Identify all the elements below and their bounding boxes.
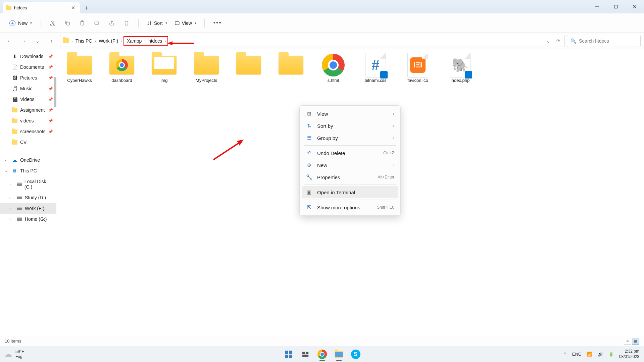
ctx-group-by[interactable]: ☰ Group by › <box>302 132 398 144</box>
close-window-button[interactable] <box>625 0 644 13</box>
cut-button[interactable] <box>46 17 59 29</box>
separator <box>41 19 41 28</box>
download-icon: ⬇ <box>12 54 17 59</box>
weather-widget[interactable]: ☁ 59°F Fog <box>5 349 24 359</box>
more-button[interactable]: ••• <box>210 19 225 27</box>
wifi-icon[interactable]: 📶 <box>587 352 592 357</box>
sidebar-quick-item[interactable]: CV <box>0 137 56 148</box>
sidebar-quick-item[interactable]: screenshots📌 <box>0 126 56 137</box>
ctx-new[interactable]: ⊕ New › <box>302 159 398 171</box>
sidebar-quick-item[interactable]: Assignment📌 <box>0 105 56 115</box>
ctx-view[interactable]: ⊞ View › <box>302 108 398 120</box>
recent-button[interactable]: ⌄ <box>32 35 44 47</box>
file-item[interactable]: s.html <box>317 54 350 83</box>
file-item[interactable]: ΙΞΙfavicon.ico <box>401 54 434 83</box>
chrome-icon <box>116 59 128 71</box>
new-button[interactable]: + New ▾ <box>6 18 35 28</box>
file-item[interactable]: dashboard <box>105 54 138 83</box>
forward-button[interactable]: → <box>17 35 30 47</box>
sidebar-label: screenshots <box>20 129 45 134</box>
annotation-arrow <box>210 140 244 164</box>
file-item[interactable]: MyProjects <box>190 54 223 83</box>
tray-chevron-icon[interactable]: ⌃ <box>563 352 567 357</box>
maximize-button[interactable] <box>606 0 625 13</box>
sidebar-drive-item[interactable]: ›Work (F:) <box>0 203 56 214</box>
sidebar-drive-item[interactable]: ›Home (G:) <box>0 214 56 224</box>
file-item[interactable]: CyberHawks <box>63 54 96 83</box>
file-item[interactable]: img <box>148 54 181 83</box>
window-controls <box>588 0 644 13</box>
svg-rect-9 <box>95 22 98 24</box>
share-button[interactable] <box>105 17 118 29</box>
file-item[interactable] <box>275 54 307 83</box>
ctx-properties[interactable]: 🔧 Properties Alt+Enter <box>302 171 398 183</box>
sidebar-label: Downloads <box>20 54 43 59</box>
file-item[interactable] <box>232 54 265 83</box>
volume-icon[interactable]: 🔊 <box>598 352 603 357</box>
explorer-app[interactable] <box>332 347 346 361</box>
file-list[interactable]: CyberHawksdashboardimgMyProjectss.html#b… <box>56 49 644 336</box>
new-tab-button[interactable]: ＋ <box>80 2 93 13</box>
folder-icon <box>194 56 219 74</box>
back-button[interactable]: ← <box>3 35 15 47</box>
drive-icon <box>17 183 22 186</box>
copy-button[interactable] <box>61 17 74 29</box>
close-tab-button[interactable]: ✕ <box>70 5 76 10</box>
address-dropdown-button[interactable]: ⌄ <box>545 37 552 45</box>
breadcrumb-item[interactable]: This PC <box>74 38 94 44</box>
address-bar[interactable]: › This PC › Work (F:) › Xampp › htdocs ›… <box>60 35 565 47</box>
up-button[interactable]: ↑ <box>46 35 58 47</box>
rename-button[interactable] <box>91 17 103 29</box>
separator <box>304 200 396 200</box>
scrollbar-thumb[interactable] <box>54 77 56 107</box>
svg-rect-1 <box>614 5 617 8</box>
breadcrumb-item[interactable]: Xampp <box>126 38 143 44</box>
sidebar-item-onedrive[interactable]: › ☁ OneDrive <box>0 155 56 165</box>
sidebar-quick-item[interactable]: ⬇Downloads📌 <box>0 51 56 62</box>
icons-view-button[interactable]: ▦ <box>632 338 639 345</box>
breadcrumb-item[interactable]: Work (F:) <box>97 38 119 44</box>
sidebar-quick-item[interactable]: 📄Documents📌 <box>0 62 56 72</box>
ctx-sort-by[interactable]: ⇅ Sort by › <box>302 120 398 132</box>
file-item[interactable]: #bitnami.css <box>359 54 392 83</box>
file-item[interactable]: 🐘index.php <box>444 54 477 83</box>
ctx-open-terminal[interactable]: ▣ Open in Terminal <box>302 186 398 198</box>
skype-app[interactable]: S <box>349 347 363 361</box>
delete-button[interactable] <box>120 17 133 29</box>
search-icon: 🔍 <box>571 38 576 44</box>
battery-icon[interactable]: 🔋 <box>608 352 614 357</box>
window-tab[interactable]: htdocs ✕ <box>3 2 80 13</box>
chevron-right-icon: › <box>95 39 96 43</box>
sidebar-drive-item[interactable]: ›Study (D:) <box>0 192 56 203</box>
clock[interactable]: 2:32 pm 08/01/2023 <box>619 349 639 359</box>
ctx-show-more[interactable]: ⇱ Show more options Shift+F10 <box>302 201 398 213</box>
search-input[interactable] <box>579 38 638 44</box>
main-area: ⬇Downloads📌📄Documents📌🖼Pictures📌🎵Music📌🎬… <box>0 49 644 336</box>
paste-button[interactable] <box>76 17 89 29</box>
details-view-button[interactable]: ≡ <box>624 338 631 345</box>
minimize-button[interactable] <box>588 0 606 13</box>
sidebar-quick-item[interactable]: 🎵Music📌 <box>0 83 56 94</box>
view-button[interactable]: View ▾ <box>172 19 199 27</box>
breadcrumb-item[interactable]: htdocs <box>147 38 163 44</box>
sidebar-label: This PC <box>20 168 37 173</box>
start-button[interactable] <box>282 347 296 361</box>
chrome-app[interactable] <box>315 347 329 361</box>
refresh-button[interactable]: ⟳ <box>555 37 562 45</box>
language-indicator[interactable]: ENG <box>572 352 582 357</box>
ctx-undo-delete[interactable]: ↶ Undo Delete Ctrl+Z <box>302 147 398 159</box>
wrench-icon: 🔧 <box>306 174 312 180</box>
elephant-icon: 🐘 <box>452 57 468 73</box>
chevron-right-icon: › <box>393 136 394 140</box>
pin-icon: 📌 <box>48 108 53 112</box>
sidebar-quick-item[interactable]: 🖼Pictures📌 <box>0 72 56 83</box>
task-view-button[interactable] <box>298 347 312 361</box>
sidebar-drive-item[interactable]: ›Local Disk (C:) <box>0 176 56 192</box>
sidebar-quick-item[interactable]: 🎬Videos📌 <box>0 94 56 105</box>
sidebar-quick-item[interactable]: videos📌 <box>0 115 56 126</box>
search-box[interactable]: 🔍 <box>567 35 641 47</box>
folder-icon <box>12 119 17 123</box>
chevron-right-icon: › <box>393 112 394 116</box>
sort-button[interactable]: Sort ▾ <box>144 19 170 27</box>
sidebar-item-thispc[interactable]: ⌄ 🖥 This PC <box>0 165 56 176</box>
